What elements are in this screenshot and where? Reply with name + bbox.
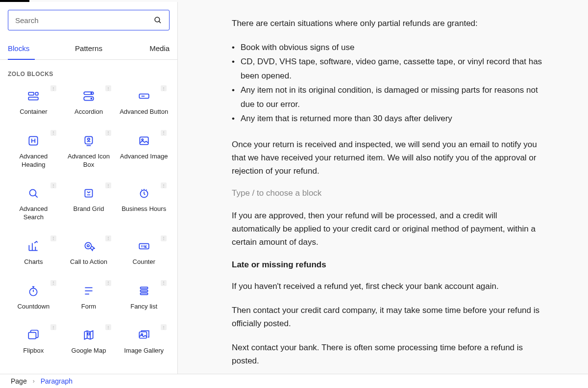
block-fancy-list[interactable]: ⋮ Fancy list: [116, 277, 172, 320]
icon-box-icon: [82, 134, 96, 148]
svg-rect-30: [140, 293, 147, 294]
block-countdown[interactable]: ⋮ Countdown: [6, 277, 61, 320]
svg-point-17: [30, 190, 36, 196]
block-image-gallery[interactable]: ⋮ Image Gallery: [116, 321, 172, 364]
pro-badge-icon: ⋮: [50, 235, 56, 241]
pro-badge-icon: ⋮: [50, 130, 56, 136]
block-advanced-heading[interactable]: ⋮ Advanced Heading: [6, 127, 61, 178]
breadcrumb-current[interactable]: Paragraph: [41, 377, 73, 385]
pro-badge-icon: ⋮: [50, 85, 56, 91]
block-label: Fancy list: [130, 303, 157, 311]
svg-point-22: [87, 245, 89, 247]
block-label: Advanced Icon Box: [64, 153, 113, 169]
search-input[interactable]: [15, 16, 153, 25]
block-advanced-search[interactable]: ⋮ Advanced Search: [6, 180, 61, 231]
block-label: Call to Action: [70, 258, 107, 266]
block-container[interactable]: ⋮ Container: [6, 82, 61, 125]
form-icon: [82, 284, 96, 298]
pro-badge-icon: ⋮: [161, 85, 167, 91]
block-flipbox[interactable]: ⋮ Flipbox: [6, 321, 61, 364]
block-label: Advanced Search: [9, 205, 58, 222]
section-label: ZOLO BLOCKS: [0, 60, 177, 82]
pro-badge-icon: ⋮: [161, 235, 167, 241]
accordion-icon: [82, 89, 96, 103]
paragraph[interactable]: If you haven't received a refund yet, fi…: [232, 280, 545, 293]
block-call-to-action[interactable]: ⋮ Call to Action: [61, 233, 117, 275]
block-business-hours[interactable]: ⋮ Business Hours: [116, 180, 172, 231]
svg-rect-2: [29, 92, 34, 95]
block-advanced-icon-box[interactable]: ⋮ Advanced Icon Box: [61, 127, 117, 178]
block-label: Google Map: [72, 347, 106, 355]
block-label: Countdown: [17, 303, 49, 311]
block-advanced-button[interactable]: ⋮ Advanced Button: [116, 82, 172, 125]
block-charts[interactable]: ⋮ Charts: [6, 233, 61, 275]
inserter-tabs: Blocks Patterns Media: [0, 38, 177, 60]
pro-badge-icon: ⋮: [50, 182, 56, 188]
paragraph[interactable]: Once your return is received and inspect…: [232, 138, 545, 178]
pro-badge-icon: ⋮: [161, 324, 167, 330]
counter-icon: [137, 239, 151, 253]
bullet-list[interactable]: Book with obvious signs of use CD, DVD, …: [232, 41, 545, 126]
block-label: Flipbox: [23, 347, 44, 355]
pro-badge-icon: ⋮: [161, 280, 167, 286]
svg-rect-15: [140, 137, 148, 144]
map-icon: [82, 328, 96, 342]
brand-grid-icon: [82, 186, 96, 200]
svg-line-1: [159, 22, 161, 23]
breadcrumb: Page › Paragraph: [0, 374, 588, 388]
block-label: Charts: [24, 258, 43, 266]
paragraph[interactable]: There are certain situations where only …: [232, 17, 545, 30]
block-label: Image Gallery: [124, 347, 164, 355]
blocks-grid: ⋮ Container ⋮ Accordion ⋮ Advanced Butto…: [0, 82, 177, 374]
list-item[interactable]: Book with obvious signs of use: [232, 41, 545, 55]
block-label: Advanced Button: [120, 108, 168, 116]
search-input-wrapper[interactable]: [8, 10, 170, 30]
block-label: Form: [81, 303, 96, 311]
gallery-icon: [137, 328, 151, 342]
clock-icon: [137, 186, 151, 200]
paragraph[interactable]: Next contact your bank. There is often s…: [232, 341, 545, 367]
block-label: Advanced Image: [120, 153, 168, 161]
svg-point-32: [88, 333, 90, 335]
block-brand-grid[interactable]: ⋮ Brand Grid: [61, 180, 117, 231]
tab-patterns[interactable]: Patterns: [62, 38, 116, 59]
svg-line-18: [35, 195, 38, 198]
search-icon: [153, 16, 162, 25]
pro-badge-icon: ⋮: [50, 324, 56, 330]
pro-badge-icon: ⋮: [105, 324, 111, 330]
editor-content[interactable]: There are certain situations where only …: [178, 2, 588, 374]
list-item[interactable]: CD, DVD, VHS tape, software, video game,…: [232, 55, 545, 83]
svg-point-6: [91, 93, 92, 94]
block-form[interactable]: ⋮ Form: [61, 277, 117, 320]
empty-block-placeholder[interactable]: Type / to choose a block: [232, 188, 564, 198]
tab-blocks[interactable]: Blocks: [8, 38, 62, 59]
paragraph[interactable]: If you are approved, then your refund wi…: [232, 209, 545, 249]
list-icon: [137, 284, 151, 298]
container-icon: [26, 89, 40, 103]
block-counter[interactable]: ⋮ Counter: [116, 233, 172, 275]
search-block-icon: [26, 186, 40, 200]
breadcrumb-root[interactable]: Page: [11, 377, 27, 385]
list-item[interactable]: Any item not in its original condition, …: [232, 83, 545, 112]
block-google-map[interactable]: ⋮ Google Map: [61, 321, 117, 364]
svg-rect-31: [29, 333, 36, 339]
cta-icon: [82, 239, 96, 253]
pro-badge-icon: ⋮: [50, 280, 56, 286]
paragraph[interactable]: Then contact your credit card company, i…: [232, 304, 545, 330]
pro-badge-icon: ⋮: [105, 280, 111, 286]
flipbox-icon: [26, 328, 40, 342]
tab-media[interactable]: Media: [116, 38, 170, 59]
block-accordion[interactable]: ⋮ Accordion: [61, 82, 117, 125]
image-icon: [137, 134, 151, 148]
heading-icon: [26, 134, 40, 148]
svg-rect-29: [140, 290, 147, 291]
block-label: Accordion: [74, 108, 103, 116]
countdown-icon: [26, 284, 40, 298]
block-label: Container: [20, 108, 47, 116]
list-item[interactable]: Any item that is returned more than 30 d…: [232, 112, 545, 126]
heading[interactable]: Late or missing refunds: [232, 260, 564, 270]
svg-point-0: [155, 17, 160, 22]
svg-rect-28: [140, 287, 147, 288]
pro-badge-icon: ⋮: [105, 130, 111, 136]
block-advanced-image[interactable]: ⋮ Advanced Image: [116, 127, 172, 178]
